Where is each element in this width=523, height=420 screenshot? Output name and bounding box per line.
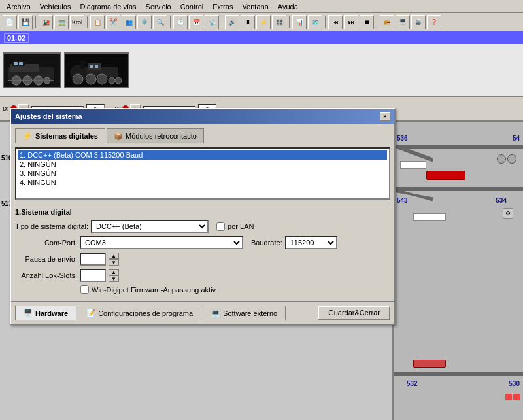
toolbar-sep-2 [87,16,88,28]
svg-point-21 [115,77,122,84]
toolbar-btn-17[interactable]: 🎛️ [272,15,286,29]
toolbar-btn-24[interactable]: 🖥️ [396,15,410,29]
toolbar-btn-26[interactable]: ❓ [427,15,441,29]
toolbar-btn-4[interactable]: 🚃 [54,15,69,29]
dialog-close-button[interactable]: × [380,112,390,121]
pausa-label: Pausa de envío: [15,255,77,263]
menu-vehiculos[interactable]: Vehículos [36,1,75,12]
track-svg [394,122,523,420]
config-icon: 📝 [86,309,95,317]
dialog-titlebar: Ajustes del sistema × [11,109,394,124]
menu-diagrama[interactable]: Diagrama de vías [76,1,140,12]
toolbar-btn-9[interactable]: ⚙️ [137,15,152,29]
loco-thumbnail-2[interactable] [64,52,129,88]
loco-thumbnail-1[interactable] [3,52,61,88]
toolbar-btn-25[interactable]: 🖨️ [411,15,426,29]
pausa-spin: ▲ ▼ [109,253,119,266]
software-icon: 💻 [211,309,220,317]
svg-rect-16 [95,65,98,68]
toolbar-btn-12[interactable]: 📅 [189,15,203,29]
save-close-button[interactable]: Guardar&Cerrar [318,306,390,320]
toolbar: 📄 💾 🚂 🚃 Krol 📋 ✂️ 👥 ⚙️ 🔍 🕐 📅 📡 🔊 ⏸ ⚡ 🎛️ … [0,13,523,31]
svg-rect-15 [90,65,93,68]
toolbar-btn-5[interactable]: Krol [70,15,84,29]
tab-sistemas-label: Sistemas digitales [35,132,98,140]
bottom-red-signal [413,360,446,368]
system-item-4[interactable]: 4. NINGÚN [18,178,387,187]
section-header: 1.Sistema digital [15,205,390,216]
address-bar: 01-02 [0,31,523,44]
form-row-tipo: Tipo de sistema digital: DCC++ (Beta) po… [15,220,390,233]
toolbar-btn-18[interactable]: 📊 [292,15,307,29]
tipo-label: Tipo de sistema digital: [15,222,88,230]
svg-line-25 [394,191,433,198]
svg-point-19 [97,74,107,84]
menu-extras[interactable]: Extras [209,1,237,12]
anzahl-input[interactable]: 12 [80,269,106,282]
toolbar-btn-13[interactable]: 📡 [205,15,219,29]
systems-list[interactable]: 1. DCC++ (Beta) COM 3 115200 Baud 2. NIN… [15,147,390,200]
toolbar-btn-20[interactable]: ⏮ [328,15,343,29]
toolbar-btn-16[interactable]: ⚡ [256,15,271,29]
footer-tab-software[interactable]: 💻 Software externo [203,306,286,320]
pausa-spin-down[interactable]: ▼ [109,259,119,266]
footer-tab-config[interactable]: 📝 Configuraciones de programa [78,306,201,320]
svg-rect-14 [79,61,86,63]
tab-modulos-retrocontacto[interactable]: 📦 Módulos retrocontacto [107,128,204,143]
indicator-red-2 [513,394,520,400]
form-row-pausa: Pausa de envío: 30 ▲ ▼ [15,253,390,266]
menu-control[interactable]: Control [177,1,207,12]
toolbar-btn-7[interactable]: ✂️ [106,15,120,29]
menu-servicio[interactable]: Servicio [142,1,175,12]
form-row-comport: Com-Port: COM3 Baudrate: 115200 [15,236,390,249]
toolbar-btn-19[interactable]: 🗺️ [308,15,322,29]
toolbar-btn-10[interactable]: 🔍 [153,15,167,29]
indicator-red-1 [505,394,512,400]
toolbar-btn-22[interactable]: ⏹ [360,15,374,29]
menu-ventana[interactable]: Ventana [238,1,272,12]
toolbar-btn-1[interactable]: 📄 [3,15,17,29]
firmware-label: Win-Digipet Firmware-Anpassung aktiv [92,286,216,294]
toolbar-btn-6[interactable]: 📋 [90,15,105,29]
svg-point-17 [73,74,83,84]
system-item-1[interactable]: 1. DCC++ (Beta) COM 3 115200 Baud [18,150,387,160]
right-panel: 536 54 543 534 532 530 ⚙ [392,122,523,420]
tab-sistemas-digitales[interactable]: ⚡ Sistemas digitales [15,128,105,143]
toolbar-btn-23[interactable]: 📻 [380,15,394,29]
loco-svg-1 [5,54,60,87]
system-item-2[interactable]: 2. NINGÚN [18,160,387,169]
system-item-3[interactable]: 3. NINGÚN [18,169,387,178]
baudrate-select[interactable]: 115200 [285,236,337,249]
footer-tab-software-label: Software externo [223,309,277,317]
anzahl-spin-down[interactable]: ▼ [109,275,119,282]
toolbar-btn-8[interactable]: 👥 [122,15,136,29]
toolbar-btn-14[interactable]: 🔊 [225,15,239,29]
lan-label: por LAN [228,222,254,230]
toolbar-btn-11[interactable]: 🕐 [173,15,188,29]
anzahl-spin: ▲ ▼ [109,269,119,282]
lan-checkbox[interactable] [216,222,225,231]
toolbar-btn-3[interactable]: 🚂 [39,15,53,29]
firmware-checkbox[interactable] [80,285,89,294]
loco-strip [0,44,523,97]
toolbar-sep-6 [325,16,326,28]
menu-ayuda[interactable]: Ayuda [274,1,302,12]
svg-line-23 [394,145,433,159]
menu-bar: Archivo Vehículos Diagrama de vías Servi… [0,0,523,13]
dialog-tab-bar: ⚡ Sistemas digitales 📦 Módulos retrocont… [15,128,390,143]
pausa-input[interactable]: 30 [80,253,106,266]
menu-archivo[interactable]: Archivo [3,1,35,12]
system-settings-dialog: Ajustes del sistema × ⚡ Sistemas digital… [10,108,396,325]
sistemas-icon: ⚡ [22,131,33,141]
loco-svg-2 [66,54,128,87]
anzahl-label: Anzahl Lok-Slots: [15,271,77,279]
toolbar-sep-5 [289,16,290,28]
tipo-select[interactable]: DCC++ (Beta) [91,220,209,233]
toolbar-btn-21[interactable]: ⏭ [344,15,358,29]
footer-tab-hardware[interactable]: 🖥️ Hardware [15,306,76,320]
toolbar-btn-2[interactable]: 💾 [18,15,33,29]
toolbar-btn-15[interactable]: ⏸ [241,15,255,29]
comport-select[interactable]: COM3 [80,236,243,249]
pausa-spin-up[interactable]: ▲ [109,253,119,259]
anzahl-spin-up[interactable]: ▲ [109,269,119,275]
